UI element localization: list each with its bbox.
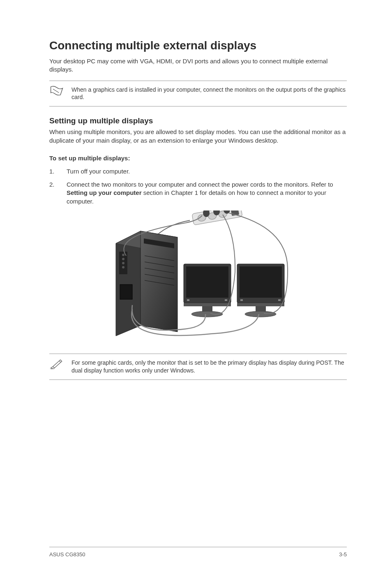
steps-list: 1. Turn off your computer. 2. Connect th… <box>49 167 347 206</box>
svg-line-40 <box>59 361 61 363</box>
page-footer: ASUS CG8350 3-5 <box>49 547 347 558</box>
intro-paragraph: Your desktop PC may come with VGA, HDMI,… <box>49 57 347 74</box>
svg-line-39 <box>53 366 55 368</box>
step-1: 1. Turn off your computer. <box>49 167 347 176</box>
setup-title: To set up multiple displays: <box>49 155 347 162</box>
svg-rect-36 <box>240 299 243 301</box>
svg-line-0 <box>53 89 59 93</box>
step-body: Connect the two monitors to your compute… <box>67 180 347 206</box>
svg-rect-30 <box>225 299 227 301</box>
svg-rect-26 <box>184 303 231 306</box>
footer-page-number: 3-5 <box>339 551 347 558</box>
svg-rect-23 <box>120 285 132 299</box>
svg-marker-38 <box>51 360 62 369</box>
step-pre: Connect the two monitors to your compute… <box>67 181 333 188</box>
svg-point-35 <box>245 311 276 317</box>
note-text: For some graphic cards, only the monitor… <box>71 358 347 375</box>
step-bold: Setting up your computer <box>67 189 142 196</box>
step-number: 2. <box>49 180 67 206</box>
step-number: 1. <box>49 167 67 176</box>
note-text: When a graphics card is installed in you… <box>71 85 347 102</box>
svg-point-21 <box>122 262 125 264</box>
note-graphics-card: When a graphics card is installed in you… <box>49 81 347 107</box>
svg-rect-32 <box>240 266 282 298</box>
pencil-icon <box>49 358 64 370</box>
svg-rect-37 <box>278 299 281 301</box>
setup-illustration <box>104 211 293 342</box>
step-body: Turn off your computer. <box>67 167 347 176</box>
svg-point-19 <box>122 254 125 256</box>
footer-product: ASUS CG8350 <box>49 551 85 558</box>
step-2: 2. Connect the two monitors to your comp… <box>49 180 347 206</box>
subheading: Setting up multiple displays <box>49 116 347 125</box>
sub-intro: When using multiple monitors, you are al… <box>49 128 347 145</box>
note-icon <box>49 85 64 97</box>
svg-point-22 <box>122 266 125 268</box>
note-post-display: For some graphic cards, only the monitor… <box>49 354 347 380</box>
svg-rect-33 <box>237 303 284 306</box>
svg-rect-29 <box>187 299 189 301</box>
svg-point-20 <box>122 258 125 260</box>
page-title: Connecting multiple external displays <box>49 39 347 52</box>
svg-rect-25 <box>186 266 228 298</box>
